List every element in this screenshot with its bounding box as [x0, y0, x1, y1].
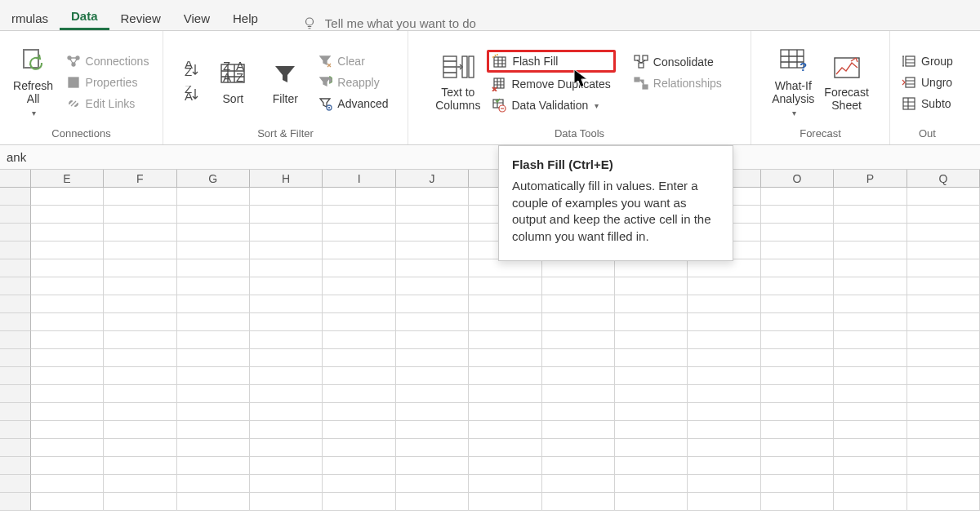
col-header[interactable]: E	[31, 170, 104, 188]
cell[interactable]	[104, 475, 176, 493]
cell[interactable]	[907, 403, 980, 421]
cell[interactable]	[396, 439, 469, 457]
cell[interactable]	[761, 385, 834, 403]
cell[interactable]	[250, 241, 323, 259]
cell[interactable]	[323, 241, 395, 259]
cell[interactable]	[615, 439, 688, 457]
cell[interactable]	[542, 439, 615, 457]
cell[interactable]	[469, 331, 541, 349]
cell[interactable]	[31, 331, 104, 349]
cell[interactable]	[469, 457, 541, 475]
cell[interactable]	[250, 295, 323, 313]
cell[interactable]	[250, 385, 323, 403]
col-header[interactable]: O	[761, 170, 834, 188]
cell[interactable]	[396, 403, 469, 421]
cell[interactable]	[31, 313, 104, 331]
connections-button[interactable]: Connections	[61, 51, 154, 71]
cell[interactable]	[323, 206, 395, 224]
cell[interactable]	[104, 385, 176, 403]
cell[interactable]	[31, 295, 104, 313]
cell[interactable]	[907, 188, 980, 206]
cell[interactable]	[469, 259, 541, 277]
col-header[interactable]: J	[396, 170, 469, 188]
cell[interactable]	[469, 277, 541, 295]
tab-help[interactable]: Help	[221, 5, 270, 30]
row-header[interactable]	[0, 493, 31, 511]
cell[interactable]	[177, 349, 250, 367]
cell[interactable]	[104, 403, 176, 421]
spreadsheet-grid[interactable]: E F G H I J K L M N O P Q	[0, 170, 980, 511]
row-header[interactable]	[0, 439, 31, 457]
cell[interactable]	[834, 241, 906, 259]
col-header[interactable]: P	[834, 170, 906, 188]
cell[interactable]	[615, 421, 688, 439]
cell[interactable]	[688, 403, 760, 421]
cell[interactable]	[104, 493, 176, 511]
cell[interactable]	[323, 367, 395, 385]
cell[interactable]	[177, 295, 250, 313]
row-header[interactable]	[0, 475, 31, 493]
cell[interactable]	[761, 475, 834, 493]
cell[interactable]	[761, 367, 834, 385]
col-header[interactable]: G	[177, 170, 250, 188]
cell[interactable]	[469, 403, 541, 421]
cell[interactable]	[250, 188, 323, 206]
cell[interactable]	[31, 349, 104, 367]
cell[interactable]	[31, 241, 104, 259]
formula-bar[interactable]: ank	[0, 145, 980, 170]
col-header[interactable]: F	[104, 170, 176, 188]
cell[interactable]	[104, 188, 176, 206]
cell[interactable]	[834, 224, 906, 241]
cell[interactable]	[396, 313, 469, 331]
cell[interactable]	[104, 259, 176, 277]
cell[interactable]	[834, 493, 906, 511]
cell[interactable]	[323, 475, 395, 493]
cell[interactable]	[177, 403, 250, 421]
cell[interactable]	[469, 367, 541, 385]
cell[interactable]	[688, 313, 760, 331]
cell[interactable]	[907, 295, 980, 313]
cell[interactable]	[688, 421, 760, 439]
cell[interactable]	[688, 457, 760, 475]
cell[interactable]	[396, 493, 469, 511]
cell[interactable]	[323, 421, 395, 439]
cell[interactable]	[104, 439, 176, 457]
cell[interactable]	[250, 457, 323, 475]
cell[interactable]	[396, 385, 469, 403]
cell[interactable]	[615, 313, 688, 331]
cell[interactable]	[761, 349, 834, 367]
cell[interactable]	[761, 259, 834, 277]
row-header[interactable]	[0, 421, 31, 439]
cell[interactable]	[761, 313, 834, 331]
cell[interactable]	[907, 367, 980, 385]
cell[interactable]	[834, 385, 906, 403]
cell[interactable]	[688, 277, 760, 295]
row-header[interactable]	[0, 313, 31, 331]
clear-filter-button[interactable]: Clear	[313, 51, 393, 71]
select-all-corner[interactable]	[0, 170, 31, 188]
cell[interactable]	[250, 367, 323, 385]
cell[interactable]	[761, 241, 834, 259]
cell[interactable]	[907, 259, 980, 277]
row-header[interactable]	[0, 403, 31, 421]
cell[interactable]	[323, 259, 395, 277]
cell[interactable]	[396, 206, 469, 224]
sort-ascending-button[interactable]: AZ	[177, 59, 205, 82]
cell[interactable]	[542, 421, 615, 439]
cell[interactable]	[834, 349, 906, 367]
advanced-filter-button[interactable]: Advanced	[313, 94, 393, 113]
cell[interactable]	[396, 259, 469, 277]
cell[interactable]	[323, 295, 395, 313]
cell[interactable]	[177, 331, 250, 349]
cell[interactable]	[615, 457, 688, 475]
cell[interactable]	[250, 421, 323, 439]
remove-duplicates-button[interactable]: Remove Duplicates	[487, 74, 615, 94]
cell[interactable]	[834, 313, 906, 331]
cell[interactable]	[250, 224, 323, 241]
cell[interactable]	[907, 493, 980, 511]
cell[interactable]	[104, 224, 176, 241]
cell[interactable]	[31, 421, 104, 439]
edit-links-button[interactable]: Edit Links	[61, 94, 154, 113]
cell[interactable]	[761, 188, 834, 206]
cell[interactable]	[323, 188, 395, 206]
